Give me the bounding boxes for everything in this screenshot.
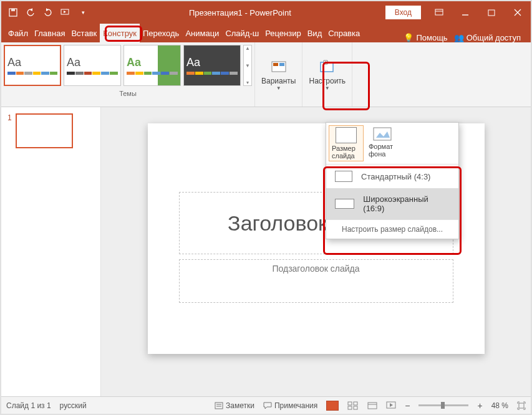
size-standard-label: Стандартный (4:3) [361,172,430,181]
theme-thumb-1[interactable]: Aa [4,45,61,86]
comments-icon [263,402,272,409]
svg-rect-14 [215,403,223,409]
themes-down-icon[interactable]: ▼ [244,63,251,69]
notes-label: Заметки [226,401,254,410]
comments-label: Примечания [274,401,317,410]
themes-group: Aa Aa Aa Aa ▲ ▼ ▾ Темы [1,42,255,107]
quick-access: ▾ [1,4,95,21]
svg-rect-11 [279,63,284,66]
slide-thumbnails-pane: 1 [1,107,101,396]
view-normal-button[interactable] [326,401,339,411]
notes-button[interactable]: Заметки [215,401,254,410]
size-standard-option[interactable]: Стандартный (4:3) [326,165,458,188]
variants-label: Варианты [261,77,296,85]
svg-rect-19 [348,406,352,409]
tell-me-label: Помощь [416,33,447,42]
share-button[interactable]: 👥 Общий доступ [454,33,521,42]
start-slideshow-icon[interactable] [57,4,74,21]
window-title: Презентация1 - PowerPoint [95,8,385,17]
setup-icon [317,58,337,75]
ribbon-display-icon[interactable] [426,1,452,24]
redo-icon[interactable] [40,4,56,21]
variants-button[interactable]: Варианты ▼ [255,42,302,107]
tab-design[interactable]: Конструк [100,24,140,42]
aspect-4-3-icon [335,171,352,182]
tab-animations[interactable]: Анимаци [182,24,222,42]
themes-more-icon[interactable]: ▾ [244,80,251,85]
svg-rect-18 [354,402,357,405]
thumb-number: 1 [7,113,12,148]
size-wide-label: Широкоэкранный (16:9) [363,194,450,213]
fit-to-window-button[interactable] [517,401,526,410]
minimize-icon[interactable] [452,1,478,24]
slideshow-icon [386,401,396,410]
svg-rect-17 [348,402,352,405]
themes-up-icon[interactable]: ▲ [244,45,251,51]
share-icon: 👥 [454,33,464,42]
chevron-down-icon: ▼ [276,85,281,91]
aspect-16-9-icon [335,199,354,209]
zoom-slider[interactable] [418,404,468,406]
size-custom-option[interactable]: Настроить размер слайдов... [326,219,458,239]
tab-slideshow[interactable]: Слайд-ш [222,24,262,42]
status-language[interactable]: русский [60,401,87,410]
tab-help[interactable]: Справка [325,24,363,42]
login-button[interactable]: Вход [385,6,421,19]
theme-thumb-3[interactable]: Aa [123,45,181,86]
tab-insert[interactable]: Вставк [68,24,100,42]
view-slideshow-button[interactable] [386,401,396,410]
format-background-icon [372,126,394,143]
comments-button[interactable]: Примечания [263,401,317,410]
maximize-icon[interactable] [478,1,505,24]
chevron-down-icon: ▼ [325,85,330,91]
setup-button[interactable]: Настроить ▼ [302,42,352,107]
slide-size-dropdown: Размер слайда Формат фона Стандартный (4… [326,122,459,239]
svg-rect-21 [368,403,377,409]
variants-icon [269,58,289,75]
share-label: Общий доступ [467,33,521,42]
zoom-in-button[interactable]: + [477,401,482,411]
view-sorter-button[interactable] [347,401,359,410]
window-controls [426,1,531,24]
tab-transitions[interactable]: Переходь [140,24,182,42]
zoom-out-button[interactable]: − [405,401,410,411]
save-icon[interactable] [5,4,21,21]
ribbon: Aa Aa Aa Aa ▲ ▼ ▾ Темы [1,42,531,107]
tab-review[interactable]: Рецензир [262,24,304,42]
theme-thumb-4[interactable]: Aa [183,45,241,86]
svg-rect-13 [374,128,391,140]
subtitle-text: Подзаголовок слайда [272,264,359,274]
qa-more-icon[interactable]: ▾ [75,4,91,21]
tab-home[interactable]: Главная [31,24,68,42]
slide-thumbnail-1[interactable] [16,113,73,148]
title-bar: ▾ Презентация1 - PowerPoint Вход [1,1,531,24]
ribbon-tabs: Файл Главная Вставк Конструк Переходь Ан… [1,24,531,42]
size-wide-option[interactable]: Широкоэкранный (16:9) [326,188,458,219]
svg-rect-24 [519,403,524,408]
sorter-icon [347,401,359,410]
svg-rect-1 [11,9,15,11]
tab-file[interactable]: Файл [5,24,31,42]
svg-rect-20 [354,406,357,409]
status-slide-count: Слайд 1 из 1 [6,401,51,410]
slide-size-icon [336,127,357,143]
reading-icon [367,401,377,410]
zoom-value[interactable]: 48 % [491,401,508,410]
format-background-button[interactable]: Формат фона [366,125,400,161]
tell-me[interactable]: 💡 Помощь [404,33,447,42]
view-reading-button[interactable] [367,401,377,410]
slide-size-button[interactable]: Размер слайда [329,125,364,161]
undo-icon[interactable] [22,4,39,21]
slide-size-label: Размер слайда [332,145,360,160]
bulb-icon: 💡 [404,33,414,42]
svg-rect-6 [488,10,495,16]
theme-thumb-2[interactable]: Aa [64,45,121,86]
setup-label: Настроить [309,77,346,85]
svg-rect-10 [273,63,278,66]
subtitle-placeholder[interactable]: Подзаголовок слайда [179,259,453,303]
tab-view[interactable]: Вид [304,24,326,42]
svg-rect-3 [435,9,443,15]
slide-canvas[interactable]: Заголовок слайда Подзаголовок слайда [101,107,531,396]
close-icon[interactable] [505,1,531,24]
fit-icon [517,401,526,410]
